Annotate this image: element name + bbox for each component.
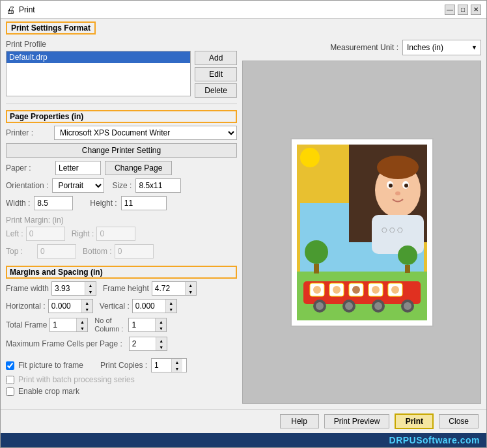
print-copies-spinner[interactable]: ▲ ▼ xyxy=(151,358,187,372)
bottom-input xyxy=(115,244,154,259)
no-column-up[interactable]: ▲ xyxy=(156,318,166,325)
measurement-select[interactable]: Inches (in)Centimeters (cm)Millimeters (… xyxy=(402,40,481,55)
no-column-label: No ofColumn : xyxy=(94,316,123,333)
delete-button[interactable]: Delete xyxy=(195,83,237,98)
print-preview-button[interactable]: Print Preview xyxy=(324,414,390,428)
frame-width-arrows: ▲ ▼ xyxy=(85,282,96,295)
print-margin-label: Print Margin: (in) xyxy=(6,216,64,225)
margins-spacing-label: Margins and Spacing (in) xyxy=(6,266,237,279)
help-button[interactable]: Help xyxy=(280,414,319,428)
frame-height-input[interactable] xyxy=(152,282,185,295)
crop-checkbox[interactable] xyxy=(6,387,14,396)
batch-checkbox[interactable] xyxy=(6,376,14,384)
svg-point-11 xyxy=(395,191,400,195)
svg-point-38 xyxy=(300,148,320,167)
batch-row: Print with batch processing series xyxy=(6,375,237,384)
paper-input[interactable] xyxy=(55,161,101,175)
svg-point-29 xyxy=(313,286,321,294)
frame-height-down[interactable]: ▼ xyxy=(186,288,196,295)
fit-picture-row: Fit picture to frame Print Copies : ▲ ▼ xyxy=(6,358,237,372)
svg-point-33 xyxy=(391,286,399,294)
max-frame-arrows: ▲ ▼ xyxy=(156,337,167,350)
max-frame-input[interactable] xyxy=(130,337,156,350)
change-printer-button[interactable]: Change Printer Setting xyxy=(6,143,237,158)
paper-row: Paper : Change Page xyxy=(6,161,237,175)
print-button[interactable]: Print xyxy=(395,413,434,429)
frame-height-up[interactable]: ▲ xyxy=(186,282,196,288)
total-frame-spinner[interactable]: ▲ ▼ xyxy=(49,318,88,332)
margin-top-bottom-row: Top : Bottom : xyxy=(6,244,237,259)
horizontal-arrows: ▲ ▼ xyxy=(81,300,92,313)
print-copies-down[interactable]: ▼ xyxy=(172,365,182,372)
svg-point-9 xyxy=(389,184,393,188)
width-input[interactable] xyxy=(34,196,73,210)
maximize-button[interactable]: □ xyxy=(458,5,468,15)
frame-width-input[interactable] xyxy=(52,282,85,295)
total-frame-input[interactable] xyxy=(50,318,76,331)
main-window: 🖨 Print — □ ✕ Print Settings Format Prin… xyxy=(0,0,487,448)
no-column-arrows: ▲ ▼ xyxy=(155,318,166,331)
printer-select[interactable]: Microsoft XPS Document Writer xyxy=(54,126,237,140)
svg-point-17 xyxy=(316,302,324,310)
orientation-select[interactable]: Portrait xyxy=(52,178,104,193)
tab-bar: Print Settings Format xyxy=(1,19,486,35)
page-properties-section: Page Properties (in) Printer : Microsoft… xyxy=(6,110,237,262)
vertical-input[interactable] xyxy=(133,300,165,313)
crop-row: Enable crop mark xyxy=(6,387,237,396)
change-page-button[interactable]: Change Page xyxy=(105,161,172,175)
frame-height-spinner[interactable]: ▲ ▼ xyxy=(152,281,197,296)
max-frame-spinner[interactable]: ▲ ▼ xyxy=(129,337,167,351)
content-area: Print Profile Default.drp Add Edit Delet… xyxy=(1,35,486,409)
top-input xyxy=(37,244,76,259)
vertical-arrows: ▲ ▼ xyxy=(165,300,176,313)
print-copies-up[interactable]: ▲ xyxy=(172,359,182,365)
no-column-down[interactable]: ▼ xyxy=(156,325,166,331)
svg-rect-12 xyxy=(372,215,424,254)
close-button[interactable]: ✕ xyxy=(471,5,481,15)
svg-point-19 xyxy=(345,302,353,310)
horizontal-input[interactable] xyxy=(49,300,81,313)
vertical-up[interactable]: ▲ xyxy=(166,300,176,306)
profile-item-default[interactable]: Default.drp xyxy=(7,51,190,63)
minimize-button[interactable]: — xyxy=(445,5,455,15)
edit-button[interactable]: Edit xyxy=(195,67,237,81)
svg-rect-37 xyxy=(405,265,410,273)
horizontal-up[interactable]: ▲ xyxy=(82,300,92,306)
max-frame-down[interactable]: ▼ xyxy=(156,344,167,350)
total-frame-down[interactable]: ▼ xyxy=(77,325,87,331)
frame-width-up[interactable]: ▲ xyxy=(85,282,96,288)
checkboxes-section: Fit picture to frame Print Copies : ▲ ▼ … xyxy=(6,358,237,399)
total-frame-label: Total Frame xyxy=(6,320,47,329)
margins-spacing-section: Margins and Spacing (in) Frame width ▲ ▼ xyxy=(6,266,237,354)
frame-width-spinner[interactable]: ▲ ▼ xyxy=(51,281,96,296)
paper-label: Paper : xyxy=(6,163,51,173)
frame-width-down[interactable]: ▼ xyxy=(85,288,96,295)
tab-print-settings-format[interactable]: Print Settings Format xyxy=(6,21,96,35)
frame-dimensions-row: Frame width ▲ ▼ Frame height xyxy=(6,281,237,296)
no-column-spinner[interactable]: ▲ ▼ xyxy=(128,318,167,332)
total-frame-col: Total Frame ▲ ▼ xyxy=(6,316,88,333)
batch-label: Print with batch processing series xyxy=(18,375,135,384)
no-column-input[interactable] xyxy=(129,318,155,331)
print-copies-input[interactable] xyxy=(152,359,171,372)
total-frame-up[interactable]: ▲ xyxy=(77,318,87,325)
height-input[interactable] xyxy=(121,196,167,210)
vertical-spinner[interactable]: ▲ ▼ xyxy=(132,299,177,313)
page-properties-label: Page Properties (in) xyxy=(6,110,237,123)
print-copies-label: Print Copies : xyxy=(100,361,147,370)
horizontal-down[interactable]: ▼ xyxy=(82,306,92,313)
close-bottom-button[interactable]: Close xyxy=(439,414,479,428)
horizontal-spinner[interactable]: ▲ ▼ xyxy=(48,299,93,313)
frame-height-label: Frame height xyxy=(103,284,149,293)
size-input[interactable] xyxy=(135,178,181,193)
profile-list[interactable]: Default.drp xyxy=(6,51,191,96)
print-copies-arrows: ▲ ▼ xyxy=(171,359,182,372)
svg-point-6 xyxy=(377,156,419,179)
fit-picture-checkbox[interactable] xyxy=(6,361,14,370)
add-button[interactable]: Add xyxy=(195,51,237,65)
frame-height-arrows: ▲ ▼ xyxy=(185,282,196,295)
orient-size-row: Orientation : Portrait Size : xyxy=(6,178,237,193)
vertical-down[interactable]: ▼ xyxy=(166,306,176,313)
max-frame-up[interactable]: ▲ xyxy=(156,337,167,344)
svg-point-10 xyxy=(404,184,408,188)
